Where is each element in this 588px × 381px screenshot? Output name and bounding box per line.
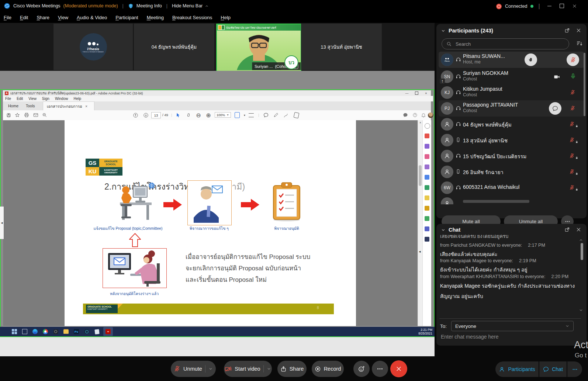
acrobat-minimize-button[interactable]: — <box>402 90 412 96</box>
feedback-bubble-icon[interactable] <box>402 112 409 118</box>
account-avatar[interactable] <box>427 112 434 118</box>
file-explorer-icon[interactable] <box>63 328 69 335</box>
video-tile-active-speaker[interactable]: บัณฑิตวิทยาลัย มหาวิทยาลัยเกษตรศาสตร์ Su… <box>216 24 301 72</box>
photoshop-icon[interactable]: Ps <box>73 328 80 335</box>
zoom-in-icon[interactable]: ⊕ <box>205 112 212 118</box>
participants-scrollbar-thumb[interactable] <box>584 53 585 116</box>
menu-participant[interactable]: Participant <box>115 15 138 20</box>
star-icon[interactable] <box>14 112 21 118</box>
fit-dropdown-icon[interactable]: ▼ <box>241 112 248 118</box>
tool-scan-icon[interactable] <box>425 185 429 190</box>
minimize-button[interactable] <box>543 0 556 12</box>
record-button[interactable]: Record <box>312 361 344 377</box>
unmute-button[interactable]: Unmute <box>171 361 216 377</box>
more-options-button[interactable] <box>372 361 388 377</box>
acrobat-menu-sign[interactable]: Sign <box>42 97 49 101</box>
select-tool-icon[interactable] <box>175 112 181 118</box>
tool-search-icon[interactable] <box>425 123 430 129</box>
tab-home[interactable]: Home <box>4 101 22 110</box>
transform-icon[interactable] <box>293 112 300 118</box>
video-tile-ithesis[interactable]: iThesis THESIS & RESEARCH MANAGE <box>53 24 133 70</box>
webex-taskbar-icon[interactable] <box>83 328 90 335</box>
acrobat-taskbar-icon[interactable]: ⌔ <box>103 327 113 336</box>
chat-to-select[interactable]: Everyone <box>451 321 574 331</box>
video-tile-participant[interactable]: 04 ธัญพร พงษ์พันธุ์คุ้ม <box>134 24 214 70</box>
zoom-out-tool-icon[interactable] <box>41 112 48 118</box>
acrobat-restore-button[interactable] <box>412 90 421 96</box>
collapse-pane-icon[interactable]: ◄ <box>418 250 421 253</box>
acrobat-menu-file[interactable]: File <box>5 97 11 101</box>
collapse-chevron-icon[interactable] <box>441 228 446 232</box>
acrobat-menu-view[interactable]: View <box>28 97 37 101</box>
meeting-info-button[interactable]: Meeting Info <box>136 3 162 8</box>
fit-page-icon[interactable] <box>234 112 241 118</box>
tool-comment-icon[interactable] <box>425 175 429 180</box>
acrobat-menu-edit[interactable]: Edit <box>17 97 23 101</box>
highlight-icon[interactable] <box>273 112 279 118</box>
menu-breakout-sessions[interactable]: Breakout Sessions <box>172 15 212 20</box>
menu-view[interactable]: View <box>58 15 68 20</box>
participant-row[interactable]: PJ Passapong JITTAVANITCohost <box>439 100 584 117</box>
acrobat-menu-help[interactable]: Help <box>73 97 81 101</box>
chat-scrollbar-thumb[interactable] <box>581 243 583 260</box>
scrollbar-thumb[interactable] <box>419 165 422 186</box>
tab-document[interactable]: เอกสารประกอบการอบ... × <box>43 101 94 111</box>
acrobat-close-button[interactable]: × <box>421 90 431 96</box>
zoom-level-select[interactable]: 100%▼ <box>215 112 231 118</box>
document-scrollbar[interactable]: ▲ ◄ <box>418 120 423 326</box>
tool-more-icon[interactable] <box>425 237 429 242</box>
popout-icon[interactable] <box>564 227 570 232</box>
tool-redact-icon[interactable] <box>425 226 429 231</box>
close-panel-icon[interactable] <box>576 227 581 232</box>
print-icon[interactable] <box>23 112 30 118</box>
private-chat-button[interactable] <box>549 102 561 115</box>
participant-row[interactable]: 6W 6005321 Arisa Wichaikul <box>439 180 584 196</box>
participant-row[interactable]: 15 ปรัชญวัฒน์ ปิยะเนติธรรม <box>439 148 584 164</box>
video-tile-participant[interactable]: 13 สุวนันท์ อุ่ยพานิช <box>301 24 382 70</box>
chrome-icon[interactable] <box>42 328 49 335</box>
hide-menu-bar-button[interactable]: Hide Menu Bar <box>172 3 203 8</box>
participant-row[interactable]: 04 ธัญพร พงษ์พันธุ์คุ้ม <box>439 116 584 132</box>
collapse-chevron-icon[interactable] <box>441 28 446 33</box>
maximize-button[interactable] <box>556 0 568 12</box>
start-video-button[interactable]: Start video <box>224 361 272 377</box>
tool-fill-sign-icon[interactable] <box>425 164 429 169</box>
reactions-button[interactable] <box>353 361 370 377</box>
participant-row[interactable]: SN ↑ Suriyan NGOKKAMCohost <box>439 69 584 85</box>
participant-row[interactable]: 13 สุวนันท์ อุ่ยพานิช <box>439 132 584 148</box>
help-icon[interactable] <box>412 112 418 118</box>
menu-meeting[interactable]: Meeting <box>147 15 164 20</box>
participant-row[interactable] <box>439 195 584 204</box>
save-icon[interactable] <box>5 112 12 118</box>
tool-edit-pdf-icon[interactable] <box>425 144 429 149</box>
chevron-down-icon[interactable] <box>208 367 213 371</box>
menu-help[interactable]: Help <box>221 15 231 20</box>
chat-toggle-button[interactable]: Chat <box>539 361 567 377</box>
search-input[interactable] <box>455 41 549 47</box>
menu-share[interactable]: Share <box>37 15 49 20</box>
lower-hand-button[interactable] <box>525 53 537 66</box>
hand-tool-icon[interactable] <box>185 112 192 118</box>
email-icon[interactable] <box>32 112 39 118</box>
taskbar-clock[interactable]: 2:21 PM 8/25/2021 <box>418 328 432 335</box>
camera-app-icon[interactable] <box>52 328 59 335</box>
chevron-down-icon[interactable] <box>267 367 271 371</box>
tool-stamp-icon[interactable] <box>425 206 429 211</box>
chat-message-input[interactable] <box>440 333 578 340</box>
participant-row[interactable]: KJ Kitikun JumpasutCohost <box>439 84 584 101</box>
comment-icon[interactable] <box>263 112 269 118</box>
panel-more-button[interactable] <box>567 361 582 377</box>
menu-edit[interactable]: Edit <box>20 15 28 20</box>
popout-icon[interactable] <box>564 28 570 33</box>
notes-icon[interactable] <box>94 328 100 335</box>
start-button-icon[interactable] <box>11 328 18 335</box>
task-view-icon[interactable] <box>21 328 28 335</box>
zoom-out-icon[interactable]: ⊖ <box>195 112 202 118</box>
leave-meeting-button[interactable] <box>390 360 407 377</box>
tab-tools[interactable]: Tools <box>22 101 39 110</box>
tool-export-pdf-icon[interactable] <box>425 134 429 138</box>
scroll-down-icon[interactable] <box>579 308 583 312</box>
menu-audio-video[interactable]: Audio & Video <box>77 15 107 20</box>
participant-row[interactable]: 26 อินทัช รักฉายา <box>439 164 584 180</box>
page-number-input[interactable]: 13 <box>151 112 161 118</box>
